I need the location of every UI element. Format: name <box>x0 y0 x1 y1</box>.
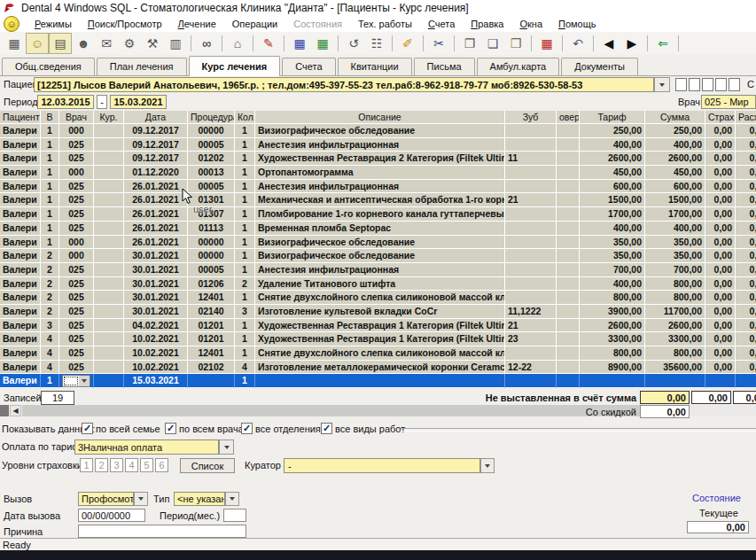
doctor-face-icon[interactable]: ☻ <box>72 33 95 54</box>
tab-letters[interactable]: Письма <box>414 58 475 75</box>
discount-field[interactable]: 0,00 <box>640 405 690 418</box>
doctor-combobox[interactable] <box>62 375 90 387</box>
menu-item-invoices[interactable]: Счета <box>420 17 463 31</box>
menu-item-tech-works[interactable]: Тех. работы <box>350 17 420 31</box>
table-row[interactable]: Валери102526.01.2021000051Анестезия инфи… <box>0 180 756 194</box>
org-structure-icon[interactable]: ⚙ <box>118 33 141 54</box>
menu-item-search-view[interactable]: Поиск/Просмотр <box>80 17 170 31</box>
patient-field[interactable]: [12251] Лысов Валерий Анатольевич, 1965г… <box>34 77 654 92</box>
table-row[interactable]: Валери200030.01.2021000001Визиографическ… <box>0 249 756 263</box>
period-from-field[interactable]: 12.03.2015 <box>37 95 94 109</box>
table-row[interactable]: Валери100026.01.2021000001Визиографическ… <box>0 236 756 250</box>
call-type-dropdown-button[interactable] <box>225 492 239 506</box>
sheets-icon[interactable]: ❐ <box>458 33 481 54</box>
table-row[interactable]: Валери100001.12.2020000131Ортопантомогра… <box>0 166 756 180</box>
scrollbar-gripper[interactable] <box>0 405 9 416</box>
search-binoculars-icon[interactable]: ∞ <box>195 33 218 54</box>
smiley-menu-icon[interactable]: ☺ <box>4 16 19 32</box>
patients-smiley-icon[interactable]: ☺ <box>26 33 49 54</box>
codes-grid-icon[interactable]: ▦ <box>535 33 558 54</box>
table-row[interactable]: Валери202530.01.2021021403Изготовление к… <box>0 305 756 319</box>
checkbox-family[interactable]: ✓ <box>82 423 93 434</box>
tab-documents[interactable]: Документы <box>561 58 638 75</box>
exit-icon[interactable]: ⇐ <box>651 33 674 54</box>
insurance-level-1[interactable]: 1 <box>80 458 93 472</box>
column-header-sum[interactable]: Сумма <box>645 111 705 124</box>
patient-flag-box[interactable] <box>675 78 687 91</box>
print-icon[interactable]: ☷ <box>365 33 388 54</box>
patient-card-icon[interactable]: ⌂ <box>226 33 249 54</box>
column-header-desc[interactable]: Описание <box>255 111 505 124</box>
tab-invoices[interactable]: Счета <box>282 58 335 75</box>
checkbox-doctors[interactable]: ✓ <box>165 423 176 434</box>
cut-icon[interactable]: ✂ <box>427 33 450 54</box>
table-row[interactable]: Валери202530.01.2021000051Анестезия инфи… <box>0 263 756 277</box>
table-row[interactable]: Валери102526.01.2021013011Механическая и… <box>0 193 756 207</box>
menu-item-windows[interactable]: Окна <box>511 17 550 31</box>
tab-outpatient-card[interactable]: Амбул.карта <box>477 58 560 75</box>
column-header-doctor[interactable]: Врач <box>59 111 94 124</box>
column-header-ins[interactable]: Страх. <box>705 111 736 124</box>
next-icon[interactable]: ▶ <box>620 33 643 54</box>
table-row[interactable]: Валери302504.02.2021012011Художественная… <box>0 319 756 333</box>
patient-flag-box[interactable] <box>702 78 713 91</box>
table-row[interactable]: Валери100009.12.2017000001Визиографическ… <box>0 124 756 138</box>
combobox-dropdown-button[interactable] <box>79 376 90 386</box>
list-button[interactable]: Список <box>180 458 235 473</box>
column-header-proc[interactable]: Процедура <box>188 111 235 124</box>
insurance-level-5[interactable]: 5 <box>140 458 153 472</box>
period-to-field[interactable]: 15.03.2021 <box>110 95 167 109</box>
menu-item-states[interactable]: Состояния <box>285 17 350 31</box>
eraser-icon[interactable]: ✐ <box>396 33 419 54</box>
call-date-field[interactable]: 00/00/0000 <box>78 509 145 522</box>
paste-icon[interactable]: ❒ <box>504 33 527 54</box>
tools-icon[interactable]: ⚒ <box>141 33 164 54</box>
table-row[interactable]: Валери102526.01.2021011131Временная плом… <box>0 222 756 236</box>
tab-receipts[interactable]: Квитанции <box>338 58 412 75</box>
scroll-left-button[interactable]: ◀ <box>10 405 21 416</box>
call-select[interactable]: Профосмотр <box>78 492 134 506</box>
column-header-date[interactable]: Дата <box>124 111 188 124</box>
doctor-filter-field[interactable]: 025 - Мир <box>701 95 756 109</box>
insurance-level-4[interactable]: 4 <box>125 458 138 472</box>
unbilled-field-1[interactable]: 0,00 <box>640 391 690 404</box>
menu-item-edit[interactable]: Правка <box>463 17 511 31</box>
menu-item-help[interactable]: Помощь <box>550 17 604 31</box>
table-row[interactable]: Валери402510.02.2021012011Художественная… <box>0 332 756 346</box>
call-dropdown-button[interactable] <box>134 492 148 506</box>
insurance-level-6[interactable]: 6 <box>155 458 168 472</box>
table-row[interactable]: Валери115.03.20211 <box>0 374 756 388</box>
appointments-icon[interactable]: ▦ <box>3 33 26 54</box>
scrollbar-track[interactable] <box>687 405 756 416</box>
menu-item-treatment[interactable]: Лечение <box>170 17 224 31</box>
column-header-tooth[interactable]: Зуб <box>505 111 557 124</box>
table-row[interactable]: Валери202530.01.2021012062Удаление Титан… <box>0 277 756 292</box>
table-row[interactable]: Валери102509.12.2017012021Художественная… <box>0 152 756 166</box>
edit-document-icon[interactable]: ✎ <box>257 33 280 54</box>
column-header-over[interactable]: овер <box>557 111 580 124</box>
patient-flag-box[interactable] <box>729 78 740 91</box>
table-row[interactable]: Валери402510.02.2021124011Снятие двухсло… <box>0 346 756 361</box>
tariff-dropdown-button[interactable] <box>219 439 234 455</box>
call-type-select[interactable]: <не указан> <box>174 492 225 506</box>
table-export-icon[interactable]: ▦ <box>311 33 334 54</box>
curator-dropdown-button[interactable] <box>480 458 495 473</box>
unbilled-field-3[interactable]: 0,00 <box>733 391 756 404</box>
column-header-exp[interactable]: Расход <box>736 111 756 124</box>
menu-item-operations[interactable]: Операции <box>224 17 285 31</box>
table-row[interactable]: Валери202530.01.2021124011Снятие двухсло… <box>0 291 756 305</box>
tab-treatment-plan[interactable]: План лечения <box>97 58 187 75</box>
table-row[interactable]: Валери102509.12.2017000051Анестезия инфи… <box>0 138 756 152</box>
patient-dropdown-button[interactable] <box>654 77 670 92</box>
refresh-icon[interactable]: ↺ <box>342 33 365 54</box>
prev-icon[interactable]: ◀ <box>597 33 620 54</box>
table-row[interactable]: Валери402510.02.2021021024Изготовление м… <box>0 361 756 375</box>
state-link[interactable]: Состояние <box>692 493 741 503</box>
tab-treatment-course[interactable]: Курс лечения <box>189 56 281 76</box>
menu-item-modes[interactable]: Режимы <box>27 17 80 31</box>
column-header-v[interactable]: В <box>41 111 59 124</box>
curator-select[interactable]: - <box>284 458 480 473</box>
column-header-qty[interactable]: Кол. <box>235 111 255 124</box>
patient-flag-box[interactable] <box>689 78 700 91</box>
checkbox-work-types[interactable]: ✓ <box>321 423 332 434</box>
